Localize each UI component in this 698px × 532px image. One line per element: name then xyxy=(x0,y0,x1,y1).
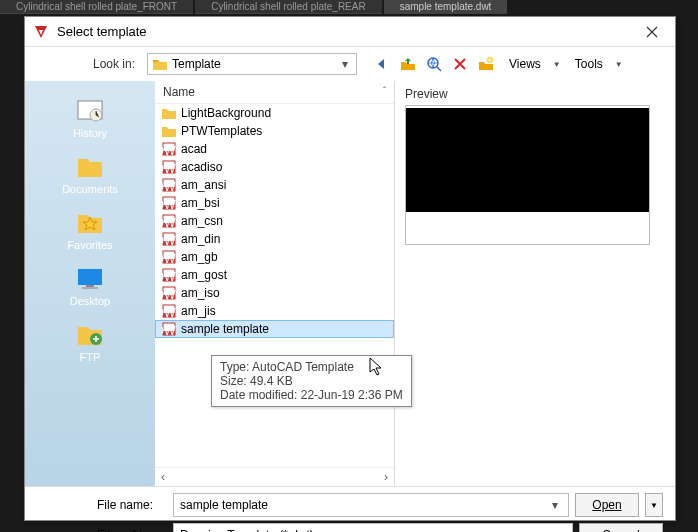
svg-text:DWT: DWT xyxy=(161,162,177,174)
file-name: sample template xyxy=(181,322,269,336)
sidebar-item-documents[interactable]: Documents xyxy=(35,147,145,199)
file-row[interactable]: DWTam_din xyxy=(155,230,394,248)
filename-dropdown-icon[interactable]: ▾ xyxy=(548,498,562,512)
file-row[interactable]: DWTam_iso xyxy=(155,284,394,302)
dwt-file-icon: DWT xyxy=(161,322,177,336)
sidebar-item-favorites[interactable]: Favorites xyxy=(35,203,145,255)
sidebar-item-ftp[interactable]: FTP xyxy=(35,315,145,367)
svg-text:DWT: DWT xyxy=(161,306,177,318)
filetype-dropdown-icon[interactable]: ▾ xyxy=(552,528,566,532)
file-name: am_iso xyxy=(181,286,220,300)
sidebar-item-label: FTP xyxy=(39,351,141,363)
dwt-file-icon: DWT xyxy=(161,268,177,282)
lookin-value: Template xyxy=(172,57,338,71)
cursor-icon xyxy=(369,357,385,377)
file-row[interactable]: DWTam_gb xyxy=(155,248,394,266)
file-row[interactable]: DWTam_csn xyxy=(155,212,394,230)
lookin-label: Look in: xyxy=(93,57,135,71)
sidebar-item-label: Favorites xyxy=(39,239,141,251)
up-folder-button[interactable] xyxy=(397,53,419,75)
close-button[interactable] xyxy=(637,18,667,46)
file-row[interactable]: DWTam_gost xyxy=(155,266,394,284)
sidebar-item-history[interactable]: History xyxy=(35,91,145,143)
bg-tab[interactable]: Cylindrical shell rolled plate_FRONT xyxy=(0,0,193,14)
sidebar-item-label: Desktop xyxy=(39,295,141,307)
name-column-header[interactable]: Name xyxy=(163,85,195,99)
dwt-file-icon: DWT xyxy=(161,304,177,318)
file-row[interactable]: DWTam_ansi xyxy=(155,176,394,194)
svg-rect-4 xyxy=(78,269,102,285)
scroll-right-icon[interactable]: › xyxy=(384,470,388,484)
file-row[interactable]: DWTam_bsi xyxy=(155,194,394,212)
open-dropdown-button[interactable]: ▼ xyxy=(645,493,663,517)
file-row[interactable]: DWTacadiso xyxy=(155,158,394,176)
sidebar-item-desktop[interactable]: Desktop xyxy=(35,259,145,311)
search-web-button[interactable] xyxy=(423,53,445,75)
filetype-label: Files of type: xyxy=(97,528,167,532)
filetype-value: Drawing Template (*.dwt) xyxy=(180,528,552,532)
dwt-file-icon: DWT xyxy=(161,214,177,228)
select-template-dialog: Select template Look in: Template ▾ xyxy=(24,16,676,521)
filename-value: sample template xyxy=(180,498,548,512)
bg-tab[interactable]: Cylindrical shell rolled plate_REAR xyxy=(195,0,382,14)
preview-column: Preview xyxy=(395,81,675,486)
horizontal-scrollbar[interactable]: ‹ › xyxy=(155,467,394,486)
dwt-file-icon: DWT xyxy=(161,232,177,246)
folder-icon xyxy=(161,124,177,138)
scroll-left-icon[interactable]: ‹ xyxy=(161,470,165,484)
open-button[interactable]: Open xyxy=(575,493,639,517)
svg-rect-6 xyxy=(82,287,98,289)
back-button[interactable] xyxy=(371,53,393,75)
file-name: am_csn xyxy=(181,214,223,228)
svg-text:DWT: DWT xyxy=(161,252,177,264)
filetype-select[interactable]: Drawing Template (*.dwt) ▾ xyxy=(173,523,573,532)
preview-thumbnail xyxy=(406,108,649,212)
file-name: acad xyxy=(181,142,207,156)
svg-text:DWT: DWT xyxy=(161,324,177,336)
file-list-header[interactable]: Name ˆ xyxy=(155,81,394,104)
svg-text:DWT: DWT xyxy=(161,216,177,228)
dwt-file-icon: DWT xyxy=(161,250,177,264)
documents-icon xyxy=(72,151,108,181)
file-name: LightBackground xyxy=(181,106,271,120)
file-row[interactable]: LightBackground xyxy=(155,104,394,122)
file-list[interactable]: LightBackgroundPTWTemplatesDWTacadDWTaca… xyxy=(155,104,394,467)
file-row[interactable]: DWTacad xyxy=(155,140,394,158)
cancel-button[interactable]: Cancel xyxy=(579,523,663,532)
file-list-column: Name ˆ LightBackgroundPTWTemplatesDWTaca… xyxy=(155,81,395,486)
folder-icon xyxy=(152,56,168,72)
file-row[interactable]: DWTam_jis xyxy=(155,302,394,320)
sidebar: HistoryDocumentsFavoritesDesktopFTP xyxy=(25,81,155,486)
sort-indicator-icon: ˆ xyxy=(383,85,386,99)
file-name: am_jis xyxy=(181,304,216,318)
dwt-file-icon: DWT xyxy=(161,286,177,300)
views-button[interactable]: Views xyxy=(503,53,547,75)
tools-button[interactable]: Tools xyxy=(569,53,609,75)
file-row[interactable]: PTWTemplates xyxy=(155,122,394,140)
svg-text:DWT: DWT xyxy=(161,144,177,156)
tooltip-date: Date modified: 22-Jun-19 2:36 PM xyxy=(220,388,403,402)
delete-button[interactable] xyxy=(449,53,471,75)
dwt-file-icon: DWT xyxy=(161,178,177,192)
filename-input[interactable]: sample template ▾ xyxy=(173,493,569,517)
file-name: am_ansi xyxy=(181,178,226,192)
svg-text:DWT: DWT xyxy=(161,288,177,300)
file-row[interactable]: DWTsample template xyxy=(155,320,394,338)
favorites-icon xyxy=(72,207,108,237)
svg-text:DWT: DWT xyxy=(161,180,177,192)
new-folder-button[interactable] xyxy=(475,53,497,75)
bg-tab[interactable]: sample template.dwt xyxy=(384,0,508,14)
file-name: acadiso xyxy=(181,160,222,174)
footer: File name: sample template ▾ Open ▼ File… xyxy=(25,486,675,532)
file-name: am_gb xyxy=(181,250,218,264)
lookin-select[interactable]: Template ▾ xyxy=(147,53,357,75)
tools-dropdown-icon[interactable]: ▼ xyxy=(615,60,625,69)
svg-text:DWT: DWT xyxy=(161,270,177,282)
app-icon xyxy=(33,24,49,40)
file-name: am_din xyxy=(181,232,220,246)
sidebar-item-label: History xyxy=(39,127,141,139)
sidebar-item-label: Documents xyxy=(39,183,141,195)
views-dropdown-icon[interactable]: ▼ xyxy=(553,60,563,69)
file-name: am_bsi xyxy=(181,196,220,210)
folder-icon xyxy=(161,106,177,120)
